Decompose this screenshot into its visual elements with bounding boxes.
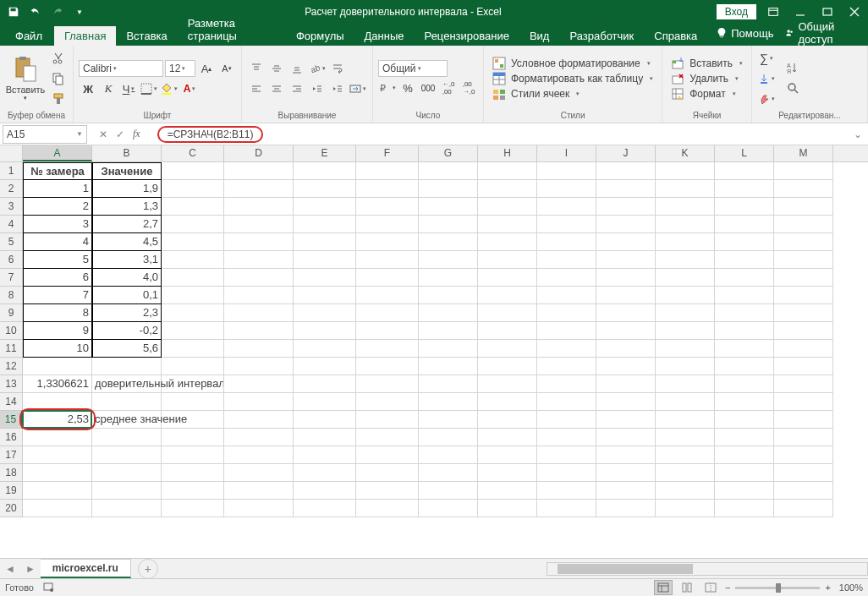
cell-D5[interactable]	[224, 233, 294, 251]
cell-B19[interactable]	[92, 482, 162, 500]
cell-M6[interactable]	[774, 251, 833, 269]
cell-M10[interactable]	[774, 322, 833, 340]
zoom-slider[interactable]	[735, 587, 820, 589]
cell-C13[interactable]	[162, 375, 224, 393]
cell-C4[interactable]	[162, 216, 224, 233]
cell-K6[interactable]	[656, 251, 715, 269]
cell-M7[interactable]	[774, 269, 833, 287]
cell-K5[interactable]	[656, 233, 715, 251]
cell-D1[interactable]	[224, 162, 294, 180]
cell-K20[interactable]	[656, 500, 715, 517]
cell-C15[interactable]	[162, 411, 224, 429]
cell-K8[interactable]	[656, 287, 715, 304]
cell-A8[interactable]: 7	[23, 287, 92, 304]
cell-A15[interactable]: 2,53	[23, 411, 92, 429]
cell-C3[interactable]	[162, 198, 224, 216]
cell-C9[interactable]	[162, 304, 224, 322]
cell-J6[interactable]	[596, 251, 656, 269]
cell-J16[interactable]	[596, 429, 656, 446]
cell-B14[interactable]	[92, 393, 162, 411]
cell-I2[interactable]	[537, 180, 596, 198]
cell-M8[interactable]	[774, 287, 833, 304]
row-header-20[interactable]: 20	[0, 500, 23, 517]
cell-E5[interactable]	[294, 233, 356, 251]
row-header-13[interactable]: 13	[0, 375, 23, 393]
cell-B7[interactable]: 4,0	[92, 269, 162, 287]
cell-A13[interactable]: 1,3306621	[23, 375, 92, 393]
cut-button[interactable]	[49, 49, 68, 68]
cell-C12[interactable]	[162, 358, 224, 375]
cell-H19[interactable]	[478, 482, 537, 500]
tab-formulas[interactable]: Формулы	[286, 26, 354, 46]
cell-H18[interactable]	[478, 464, 537, 482]
cell-A11[interactable]: 10	[23, 340, 92, 358]
cell-K17[interactable]	[656, 446, 715, 464]
qat-customize[interactable]: ▼	[69, 2, 90, 22]
cell-E6[interactable]	[294, 251, 356, 269]
cell-K2[interactable]	[656, 180, 715, 198]
cell-I7[interactable]	[537, 269, 596, 287]
cell-G5[interactable]	[419, 233, 478, 251]
cell-B13[interactable]: доверительный интервал	[92, 375, 162, 393]
cell-G12[interactable]	[419, 358, 478, 375]
cell-L3[interactable]	[715, 198, 774, 216]
cell-F9[interactable]	[356, 304, 419, 322]
cell-M5[interactable]	[774, 233, 833, 251]
cell-H13[interactable]	[478, 375, 537, 393]
cell-J1[interactable]	[596, 162, 656, 180]
cell-K14[interactable]	[656, 393, 715, 411]
cell-H17[interactable]	[478, 446, 537, 464]
cell-F10[interactable]	[356, 322, 419, 340]
cell-E3[interactable]	[294, 198, 356, 216]
cell-D7[interactable]	[224, 269, 294, 287]
cell-F3[interactable]	[356, 198, 419, 216]
cell-B11[interactable]: 5,6	[92, 340, 162, 358]
font-size-select[interactable]: 12	[165, 60, 195, 77]
cell-L18[interactable]	[715, 464, 774, 482]
cell-F5[interactable]	[356, 233, 419, 251]
wrap-text-button[interactable]	[328, 59, 347, 78]
cell-A9[interactable]: 8	[23, 304, 92, 322]
cell-L20[interactable]	[715, 500, 774, 517]
col-header-G[interactable]: G	[419, 145, 478, 161]
row-header-14[interactable]: 14	[0, 393, 23, 411]
font-color-button[interactable]: A	[180, 79, 199, 98]
cell-H11[interactable]	[478, 340, 537, 358]
row-header-7[interactable]: 7	[0, 269, 23, 287]
cell-D13[interactable]	[224, 375, 294, 393]
cell-A14[interactable]	[23, 393, 92, 411]
cell-F14[interactable]	[356, 393, 419, 411]
enter-formula-button[interactable]: ✓	[116, 128, 124, 140]
cell-D3[interactable]	[224, 198, 294, 216]
sheet-nav-prev[interactable]: ◄	[0, 563, 20, 575]
cell-D8[interactable]	[224, 287, 294, 304]
format-cells-button[interactable]: Формат	[667, 86, 746, 101]
cell-H10[interactable]	[478, 322, 537, 340]
tab-developer[interactable]: Разработчик	[559, 26, 644, 46]
cell-G7[interactable]	[419, 269, 478, 287]
accounting-format-button[interactable]: ₽	[378, 79, 397, 97]
cell-C1[interactable]	[162, 162, 224, 180]
cell-B10[interactable]: -0,2	[92, 322, 162, 340]
col-header-K[interactable]: K	[656, 145, 715, 161]
grow-font-button[interactable]: A▴	[197, 59, 216, 78]
align-right-button[interactable]	[288, 79, 306, 98]
cell-F13[interactable]	[356, 375, 419, 393]
share-button[interactable]: Общий доступ	[785, 20, 856, 46]
cell-C5[interactable]	[162, 233, 224, 251]
cell-F2[interactable]	[356, 180, 419, 198]
cell-A20[interactable]	[23, 500, 92, 517]
align-center-button[interactable]	[267, 79, 286, 98]
cell-C10[interactable]	[162, 322, 224, 340]
cell-G15[interactable]	[419, 411, 478, 429]
horizontal-scrollbar[interactable]	[547, 562, 868, 576]
cell-K4[interactable]	[656, 216, 715, 233]
expand-formula-bar-button[interactable]: ⌄	[850, 128, 865, 140]
cell-G1[interactable]	[419, 162, 478, 180]
cell-A10[interactable]: 9	[23, 322, 92, 340]
cell-J13[interactable]	[596, 375, 656, 393]
cell-F18[interactable]	[356, 464, 419, 482]
cell-C19[interactable]	[162, 482, 224, 500]
login-button[interactable]: Вход	[717, 4, 756, 19]
cell-B20[interactable]	[92, 500, 162, 517]
